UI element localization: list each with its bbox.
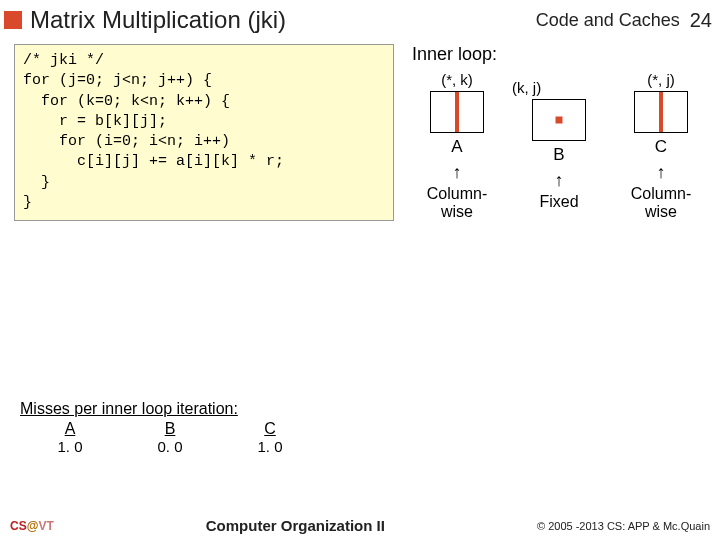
fixed-dot-icon [556, 117, 563, 124]
matrix-b-access: Fixed [539, 193, 578, 211]
main-content: /* jki */ for (j=0; j<n; j++) { for (k=0… [0, 36, 720, 221]
footer-copyright: © 2005 -2013 CS: APP & Mc.Quain [537, 520, 710, 532]
misses-col-c: C [220, 420, 320, 438]
footer-at: @ [27, 519, 39, 533]
up-arrow-icon: ↑ [555, 171, 564, 189]
matrix-c-index: (*, j) [647, 71, 675, 89]
slide-header: Matrix Multiplication (jki) Code and Cac… [0, 0, 720, 36]
matrix-c-box [634, 91, 688, 133]
misses-col-b: B [120, 420, 220, 438]
misses-val-b: 0. 0 [120, 438, 220, 455]
inner-loop-heading: Inner loop: [412, 44, 706, 65]
accent-icon [4, 11, 22, 29]
matrix-a: (*, k) A ↑ Column- wise [418, 71, 496, 221]
column-stripe-icon [659, 92, 663, 132]
slide-footer: CS@VT Computer Organization II © 2005 -2… [0, 517, 720, 534]
misses-val-a: 1. 0 [20, 438, 120, 455]
matrix-b-index: (k, j) [512, 79, 541, 97]
page-number: 24 [690, 9, 712, 32]
matrix-a-name: A [451, 137, 462, 157]
misses-heading: Misses per inner loop iteration: [20, 400, 360, 418]
matrix-c-name: C [655, 137, 667, 157]
matrix-a-access: Column- wise [427, 185, 487, 221]
slide-topic: Code and Caches [536, 10, 680, 31]
code-block: /* jki */ for (j=0; j<n; j++) { for (k=0… [14, 44, 394, 221]
footer-cs: CS [10, 519, 27, 533]
footer-vt: VT [38, 519, 53, 533]
footer-course: Computer Organization II [54, 517, 537, 534]
matrix-c-access: Column- wise [631, 185, 691, 221]
matrix-b-box [532, 99, 586, 141]
misses-table: Misses per inner loop iteration: A1. 0 B… [20, 400, 360, 455]
footer-affiliation: CS@VT [10, 519, 54, 533]
up-arrow-icon: ↑ [657, 163, 666, 181]
misses-val-c: 1. 0 [220, 438, 320, 455]
matrix-b: (k, j) B ↑ Fixed [520, 79, 598, 229]
matrix-a-box [430, 91, 484, 133]
slide-title: Matrix Multiplication (jki) [30, 6, 536, 34]
inner-loop-diagram: Inner loop: (*, k) A ↑ Column- wise (k, … [394, 44, 706, 221]
matrix-a-index: (*, k) [441, 71, 473, 89]
misses-col-a: A [20, 420, 120, 438]
up-arrow-icon: ↑ [453, 163, 462, 181]
column-stripe-icon [455, 92, 459, 132]
matrix-c: (*, j) C ↑ Column- wise [622, 71, 700, 221]
matrix-b-name: B [553, 145, 564, 165]
